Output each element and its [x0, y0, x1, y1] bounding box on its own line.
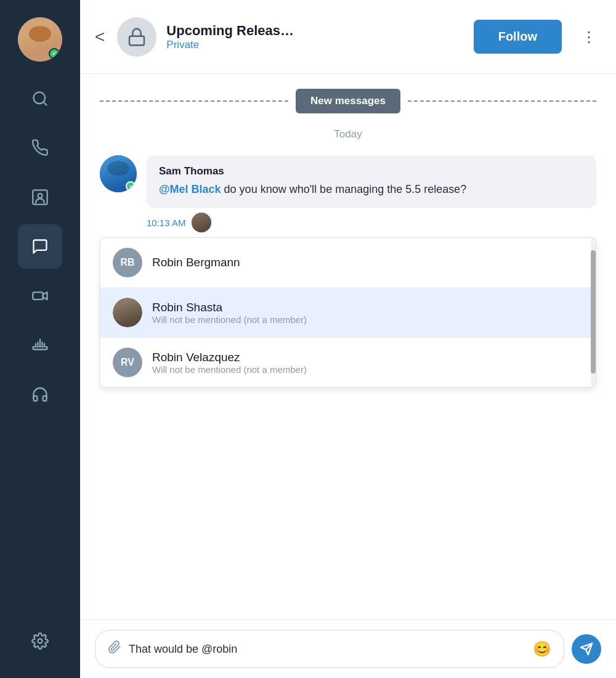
svg-rect-4	[33, 292, 43, 300]
mention-avatar-rs	[113, 298, 142, 327]
sidebar-item-video[interactable]	[18, 274, 62, 318]
voicemail-icon	[31, 337, 49, 354]
mention-info-rb: Robin Bergmann	[152, 256, 583, 269]
send-button[interactable]	[572, 634, 601, 664]
sidebar-item-voicemail[interactable]	[18, 323, 62, 367]
mention-info-rv: Robin Velazquez Will not be mentioned (n…	[152, 351, 583, 375]
sidebar-item-search[interactable]	[18, 76, 62, 121]
sidebar-item-phone[interactable]	[18, 126, 62, 170]
mention-item-robin-shasta[interactable]: Robin Shasta Will not be mentioned (not …	[100, 287, 596, 337]
sidebar-item-support[interactable]	[18, 372, 62, 417]
online-status-dot	[49, 48, 60, 59]
mention-name-rb: Robin Bergmann	[152, 256, 583, 269]
user-avatar[interactable]	[18, 17, 62, 62]
input-area: 😊	[80, 619, 616, 678]
svg-rect-11	[33, 346, 47, 349]
attach-icon[interactable]	[108, 640, 121, 658]
mention-sub-rs: Will not be mentioned (not a member)	[152, 314, 583, 325]
sidebar-item-contacts[interactable]	[18, 175, 62, 219]
message-time-row: 10:13 AM	[147, 213, 596, 232]
divider-line-left	[100, 100, 288, 102]
main-panel: < Upcoming Releas… Private Follow ⋮ New …	[80, 0, 616, 678]
back-button[interactable]: <	[95, 27, 105, 47]
messages-icon	[31, 238, 49, 255]
new-messages-divider: New messages	[80, 74, 616, 128]
message-sender: Sam Thomas	[159, 165, 584, 178]
headset-icon	[31, 386, 49, 403]
divider-line-right	[408, 100, 596, 102]
more-options-button[interactable]: ⋮	[577, 23, 601, 51]
message-bubble: Sam Thomas @Mel Black do you know who'll…	[147, 155, 596, 208]
mention-item-robin-velazquez[interactable]: RV Robin Velazquez Will not be mentioned…	[100, 337, 596, 387]
follow-button[interactable]: Follow	[474, 20, 562, 54]
message-text: @Mel Black do you know who'll be managin…	[159, 181, 584, 198]
mention-text: @Mel Black	[159, 183, 221, 195]
channel-info: Upcoming Releas… Private	[166, 23, 463, 51]
reader-avatar	[192, 213, 211, 232]
sender-online-dot	[126, 181, 136, 191]
svg-marker-5	[43, 292, 47, 300]
message-row: Sam Thomas @Mel Black do you know who'll…	[80, 150, 616, 237]
sidebar-nav	[0, 76, 80, 417]
mention-avatar-rb: RB	[113, 248, 142, 277]
message-input-box: 😊	[95, 630, 564, 668]
mention-info-rs: Robin Shasta Will not be mentioned (not …	[152, 301, 583, 325]
lock-icon	[127, 27, 147, 47]
message-body: do you know who'll be managing the 5.5 r…	[221, 183, 467, 195]
dropdown-scrollbar-track	[591, 238, 596, 387]
mention-dropdown: RB Robin Bergmann Robin Shasta Will not …	[100, 237, 596, 388]
svg-line-1	[43, 102, 46, 105]
channel-type: Private	[166, 39, 463, 51]
sidebar	[0, 0, 80, 678]
today-label: Today	[80, 128, 616, 141]
sidebar-item-settings[interactable]	[18, 619, 62, 663]
sender-avatar	[100, 155, 137, 192]
channel-header: < Upcoming Releas… Private Follow ⋮	[80, 0, 616, 74]
reader-avatar-image	[192, 213, 211, 232]
channel-name: Upcoming Releas…	[166, 23, 463, 39]
message-input[interactable]	[129, 643, 525, 656]
video-icon	[31, 287, 49, 304]
send-icon	[580, 642, 593, 656]
mention-name-rv: Robin Velazquez	[152, 351, 583, 364]
chat-area: New messages Today Sam Thomas @Mel Black…	[80, 74, 616, 619]
channel-icon-wrap	[117, 17, 156, 57]
search-icon	[31, 90, 49, 107]
mention-name-rs: Robin Shasta	[152, 301, 583, 314]
mention-photo-image-rs	[113, 298, 142, 327]
message-content: Sam Thomas @Mel Black do you know who'll…	[147, 155, 596, 232]
mention-avatar-rv: RV	[113, 348, 142, 377]
svg-rect-13	[129, 36, 144, 45]
svg-point-3	[38, 194, 43, 198]
mention-item-robin-bergmann[interactable]: RB Robin Bergmann	[100, 238, 596, 287]
svg-point-12	[38, 639, 43, 643]
message-time: 10:13 AM	[147, 218, 185, 228]
mention-sub-rv: Will not be mentioned (not a member)	[152, 364, 583, 375]
settings-icon	[31, 632, 49, 650]
dropdown-scrollbar-thumb[interactable]	[591, 250, 596, 374]
emoji-icon[interactable]: 😊	[533, 640, 551, 658]
sidebar-item-messages[interactable]	[18, 224, 62, 269]
new-messages-badge: New messages	[296, 89, 400, 113]
phone-icon	[31, 139, 49, 157]
contacts-icon	[31, 189, 49, 206]
